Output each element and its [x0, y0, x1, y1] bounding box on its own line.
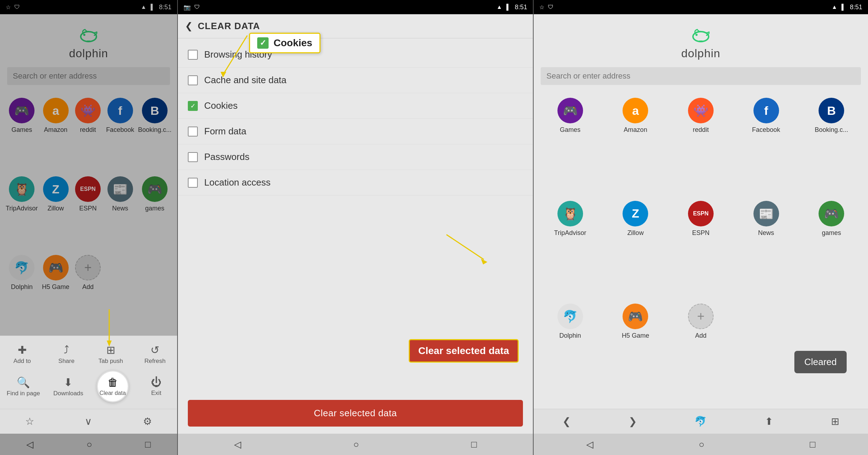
check-label-form: Form data — [204, 126, 247, 137]
chevron-nav-btn[interactable]: ∨ — [85, 416, 92, 427]
app-label-tripadvisor: TripAdvisor — [554, 229, 586, 237]
middle-panel: 📷 🛡 ▲ ▌ 8:51 ❮ CLEAR DATA ✓ Cookies Brow… — [178, 0, 534, 455]
settings-nav-btn[interactable]: ⚙ — [143, 416, 152, 427]
app-label-facebook: Facebook — [752, 126, 780, 134]
app-item-zillow[interactable]: ZZillow — [605, 201, 667, 300]
findinpage-icon: 🔍 — [17, 376, 30, 389]
back-sys-btn-r[interactable]: ◁ — [586, 439, 593, 450]
home-sys-btn-r[interactable]: ○ — [699, 439, 704, 450]
app-item-news[interactable]: 📰News — [735, 201, 797, 300]
exit-btn[interactable]: ⏻ Exit — [142, 376, 170, 397]
app-item-espn[interactable]: ESPNESPN — [670, 201, 732, 300]
status-bar-right: ☆ 🛡 ▲ ▌ 8:51 — [534, 0, 868, 14]
clear-data-title: CLEAR DATA — [198, 21, 260, 32]
checkbox-browsing[interactable] — [188, 50, 198, 60]
app-item-dolphin[interactable]: 🐬Dolphin — [539, 304, 601, 403]
wifi-icon-m: ▲ — [497, 4, 502, 10]
toolbar-row-2: 🔍 Find in page ⬇ Downloads 🗑 Clear data … — [0, 368, 177, 405]
checkbox-passwords[interactable] — [188, 152, 198, 162]
home-sys-btn-m[interactable]: ○ — [353, 439, 359, 450]
wifi-icon-r: ▲ — [832, 4, 837, 10]
check-label-passwords: Passwords — [204, 151, 249, 162]
forward-nav-btn-r[interactable]: ❯ — [629, 416, 637, 427]
back-nav-btn-r[interactable]: ❮ — [562, 416, 571, 427]
cleardata-icon: 🗑 — [107, 376, 118, 389]
app-item-amazon[interactable]: aAmazon — [605, 98, 667, 197]
app-item-games2[interactable]: 🎮games — [800, 201, 862, 300]
addto-btn[interactable]: ✚ Add to — [8, 344, 36, 365]
app-icon-news: 📰 — [753, 201, 779, 226]
back-sys-btn-m[interactable]: ◁ — [234, 439, 241, 450]
logo-text-right: dolphin — [681, 47, 720, 60]
app-label-add: Add — [695, 332, 706, 339]
downloads-label: Downloads — [53, 390, 83, 397]
cookies-tooltip-text: Cookies — [274, 37, 312, 49]
status-time-r: 8:51 — [850, 4, 862, 11]
cookies-tooltip: ✓ Cookies — [249, 33, 321, 53]
check-item-cache[interactable]: Cache and site data — [178, 68, 533, 93]
svg-point-9 — [695, 34, 698, 36]
app-item-tripadvisor[interactable]: 🦉TripAdvisor — [539, 201, 601, 300]
bottom-nav-left: ☆ ∨ ⚙ — [0, 409, 177, 434]
app-icon-facebook: f — [753, 98, 779, 123]
check-item-cookies[interactable]: ✓Cookies — [178, 93, 533, 119]
app-item-games[interactable]: 🎮Games — [539, 98, 601, 197]
check-label-cookies: Cookies — [204, 100, 238, 111]
check-label-cache: Cache and site data — [204, 75, 286, 86]
app-item-reddit[interactable]: 👾reddit — [670, 98, 732, 197]
app-label-games2: games — [822, 229, 841, 237]
logo-area-right: dolphin — [534, 14, 868, 67]
cleardata-highlighted-btn[interactable]: 🗑 Clear data — [97, 370, 129, 402]
addto-icon: ✚ — [18, 344, 27, 356]
recents-sys-btn-m[interactable]: □ — [471, 439, 477, 450]
exit-icon: ⏻ — [151, 376, 162, 388]
checkbox-cookies[interactable]: ✓ — [188, 101, 198, 111]
left-panel: ☆ 🛡 ▲ ▌ 8:51 dolphin 🎮GamesaAmazon👾reddi… — [0, 0, 178, 455]
app-label-reddit: reddit — [693, 126, 709, 134]
tabs-nav-btn-r[interactable]: ⊞ — [831, 416, 839, 427]
app-label-booking: Booking.c... — [815, 126, 848, 134]
back-arrow-btn[interactable]: ❮ — [185, 21, 193, 32]
app-icon-h5game: 🎮 — [623, 304, 648, 329]
recents-sys-btn-r[interactable]: □ — [810, 439, 815, 450]
addto-label: Add to — [14, 358, 31, 365]
checkbox-location[interactable] — [188, 178, 198, 188]
share-nav-btn-r[interactable]: ⬆ — [765, 416, 773, 427]
checkbox-cache[interactable] — [188, 75, 198, 85]
app-icon-reddit: 👾 — [688, 98, 714, 123]
check-item-browsing[interactable]: Browsing history — [178, 42, 533, 68]
status-bar-middle: 📷 🛡 ▲ ▌ 8:51 — [178, 0, 533, 14]
app-item-booking[interactable]: BBooking.c... — [800, 98, 862, 197]
check-item-form[interactable]: Form data — [178, 119, 533, 144]
app-label-h5game: H5 Game — [622, 332, 649, 339]
app-item-facebook[interactable]: fFacebook — [735, 98, 797, 197]
app-label-espn: ESPN — [692, 229, 709, 237]
check-item-passwords[interactable]: Passwords — [178, 144, 533, 170]
add-icon: + — [688, 304, 714, 329]
cleardata-label: Clear data — [100, 390, 126, 396]
app-icon-amazon: a — [623, 98, 648, 123]
app-icon-espn: ESPN — [688, 201, 714, 226]
search-bar-row-right — [534, 67, 868, 92]
refresh-btn[interactable]: ↺ Refresh — [141, 344, 169, 365]
app-item-add[interactable]: +Add — [670, 304, 732, 403]
clear-selected-btn[interactable]: Clear selected data — [188, 400, 523, 427]
bottom-toolbar: ✚ Add to ⤴ Share ⊞ Tab push ↺ Refresh 🔍 … — [0, 336, 177, 409]
screenshot-icon: 📷 — [184, 4, 191, 11]
status-time-m: 8:51 — [515, 4, 527, 11]
checkbox-form[interactable] — [188, 127, 198, 136]
app-item-h5game[interactable]: 🎮H5 Game — [605, 304, 667, 403]
app-icon-booking: B — [819, 98, 844, 123]
dolphin-nav-btn-r[interactable]: 🐬 — [694, 416, 707, 427]
toolbar-row-1: ✚ Add to ⤴ Share ⊞ Tab push ↺ Refresh — [0, 341, 177, 368]
shield-icon-m: 🛡 — [194, 4, 200, 10]
battery-icon-r: ▌ — [842, 4, 846, 10]
findinpage-btn[interactable]: 🔍 Find in page — [7, 376, 40, 397]
share-btn[interactable]: ⤴ Share — [52, 344, 81, 365]
check-item-location[interactable]: Location access — [178, 170, 533, 196]
tabpush-btn[interactable]: ⊞ Tab push — [96, 344, 125, 365]
search-input-right[interactable] — [541, 67, 861, 85]
sys-nav-right: ◁ ○ □ — [534, 434, 868, 455]
downloads-btn[interactable]: ⬇ Downloads — [53, 376, 83, 397]
bookmark-nav-btn[interactable]: ☆ — [25, 416, 34, 427]
